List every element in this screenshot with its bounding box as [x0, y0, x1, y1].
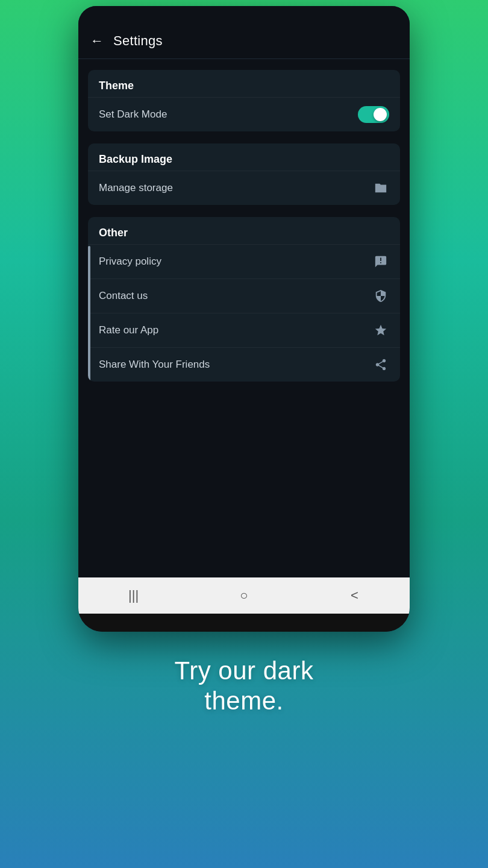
app-header: ← Settings — [78, 23, 410, 59]
share-friends-label: Share With Your Friends — [99, 359, 210, 371]
contact-us-label: Contact us — [99, 290, 148, 302]
promo-text: Try our darktheme. — [175, 656, 314, 717]
page-title: Settings — [113, 33, 163, 49]
other-card: Other Privacy policy Contact us — [88, 217, 400, 382]
dark-mode-item[interactable]: Set Dark Mode — [88, 97, 400, 131]
privacy-policy-label: Privacy policy — [99, 256, 161, 268]
status-bar — [78, 6, 410, 23]
manage-storage-item[interactable]: Manage storage — [88, 171, 400, 205]
theme-section-title: Theme — [88, 70, 400, 97]
phone-chin — [78, 614, 410, 632]
folder-icon — [372, 180, 389, 197]
rate-app-item[interactable]: Rate our App — [88, 313, 400, 347]
settings-content: Theme Set Dark Mode Backup Image Manage … — [78, 59, 410, 577]
home-button[interactable]: ○ — [226, 583, 262, 608]
backup-card: Backup Image Manage storage — [88, 143, 400, 205]
rate-app-label: Rate our App — [99, 324, 158, 336]
share-icon — [372, 356, 389, 373]
backup-section-title: Backup Image — [88, 143, 400, 171]
toggle-knob — [374, 108, 387, 121]
share-friends-item[interactable]: Share With Your Friends — [88, 347, 400, 382]
other-section-title: Other — [88, 217, 400, 244]
dark-mode-toggle[interactable] — [358, 106, 389, 123]
recents-button[interactable]: ||| — [116, 583, 152, 608]
back-nav-button[interactable]: < — [336, 583, 372, 608]
privacy-policy-item[interactable]: Privacy policy — [88, 244, 400, 278]
star-icon — [372, 322, 389, 339]
theme-card: Theme Set Dark Mode — [88, 70, 400, 131]
back-button[interactable]: ← — [90, 33, 104, 49]
policy-icon — [372, 253, 389, 270]
shield-icon — [372, 288, 389, 304]
contact-us-item[interactable]: Contact us — [88, 278, 400, 313]
nav-bar: ||| ○ < — [78, 577, 410, 614]
manage-storage-label: Manage storage — [99, 182, 173, 194]
dark-mode-label: Set Dark Mode — [99, 108, 167, 121]
